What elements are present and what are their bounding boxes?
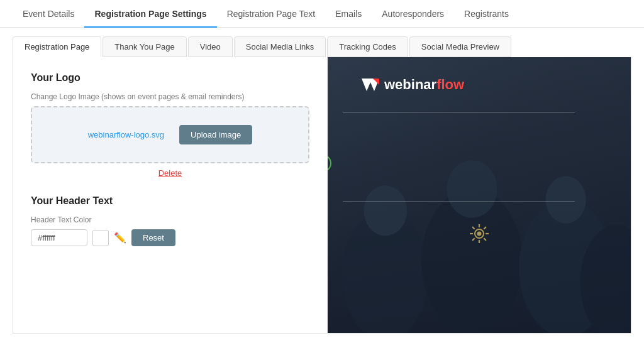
tab-registration-page[interactable]: Registration Page: [13, 36, 101, 57]
nav-item-emails[interactable]: Emails: [325, 0, 372, 28]
color-row: ✏️ Reset: [31, 229, 309, 246]
main-content-area: Your Logo Change Logo Image (shows on ev…: [13, 57, 631, 334]
svg-line-17: [472, 238, 475, 241]
logo-text-flow: flow: [436, 77, 464, 93]
nav-item-registrants[interactable]: Registrants: [454, 0, 519, 28]
nav-item-autoresponders[interactable]: Autoresponders: [372, 0, 454, 28]
logo-field-label: Change Logo Image (shows on event pages …: [31, 92, 309, 101]
nav-item-registration-page-settings[interactable]: Registration Page Settings: [84, 0, 216, 28]
nav-item-event-details[interactable]: Event Details: [13, 0, 84, 28]
svg-line-14: [472, 227, 475, 229]
tab-tracking-codes[interactable]: Tracking Codes: [327, 36, 408, 57]
top-navigation: Event Details Registration Page Settings…: [0, 0, 644, 28]
color-value-input[interactable]: [31, 229, 87, 246]
logo-text-webinar: webinar: [384, 77, 436, 93]
sub-tab-bar: Registration Page Thank You Page Video S…: [0, 28, 644, 57]
eyedropper-icon[interactable]: ✏️: [114, 232, 126, 244]
tab-video[interactable]: Video: [188, 36, 233, 57]
svg-line-15: [484, 238, 486, 241]
header-text-section: Your Header Text Header Text Color ✏️ Re…: [31, 195, 309, 246]
tab-thank-you-page[interactable]: Thank You Page: [103, 36, 186, 57]
webinarflow-logo-icon: [362, 76, 379, 94]
delete-logo-link[interactable]: Delete: [31, 168, 309, 178]
svg-line-16: [484, 227, 486, 229]
preview-gear-area: [343, 220, 616, 247]
nav-item-registration-page-text[interactable]: Registration Page Text: [217, 0, 326, 28]
preview-panel: webinarflow: [328, 57, 631, 333]
header-text-title: Your Header Text: [31, 195, 309, 207]
file-link[interactable]: webinarflow-logo.svg: [88, 130, 164, 139]
gear-icon: [466, 220, 492, 247]
color-label: Header Text Color: [31, 215, 309, 224]
color-swatch[interactable]: [92, 230, 109, 246]
tab-social-media-preview[interactable]: Social Media Preview: [409, 36, 511, 57]
logo-section: Your Logo Change Logo Image (shows on ev…: [31, 72, 309, 178]
reset-button[interactable]: Reset: [131, 229, 175, 246]
tab-social-media-links[interactable]: Social Media Links: [234, 36, 326, 57]
upload-area: webinarflow-logo.svg Upload image: [31, 106, 309, 163]
svg-point-18: [477, 232, 482, 236]
settings-panel: Your Logo Change Logo Image (shows on ev…: [13, 57, 328, 333]
upload-image-button[interactable]: Upload image: [179, 125, 252, 144]
preview-divider-top: [343, 112, 575, 113]
preview-divider-bottom: [343, 201, 575, 202]
preview-content: webinarflow: [328, 57, 631, 333]
preview-logo: webinarflow: [362, 76, 464, 94]
logo-section-title: Your Logo: [31, 72, 309, 84]
